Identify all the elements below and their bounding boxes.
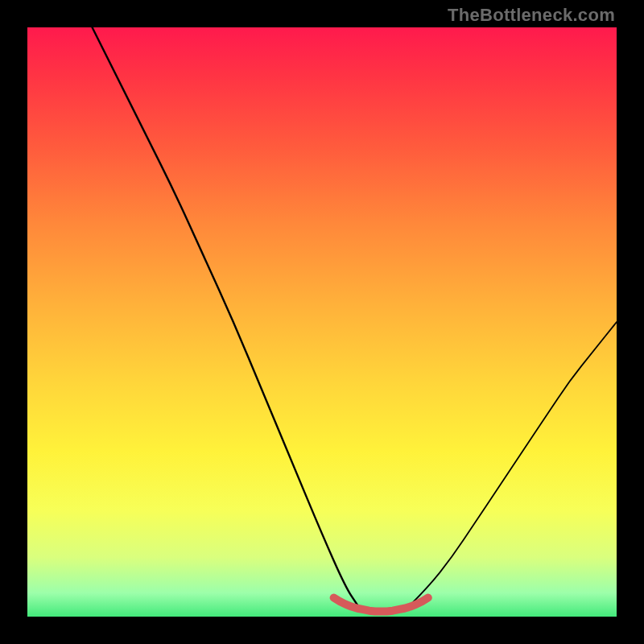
chart-frame: TheBottleneck.com bbox=[0, 0, 644, 644]
plot-area bbox=[27, 27, 617, 617]
curve-right-path bbox=[411, 322, 617, 605]
curve-layer bbox=[27, 27, 617, 617]
attribution-label: TheBottleneck.com bbox=[448, 5, 615, 26]
curve-left-path bbox=[93, 27, 357, 605]
bottom-marker-path bbox=[334, 598, 428, 612]
